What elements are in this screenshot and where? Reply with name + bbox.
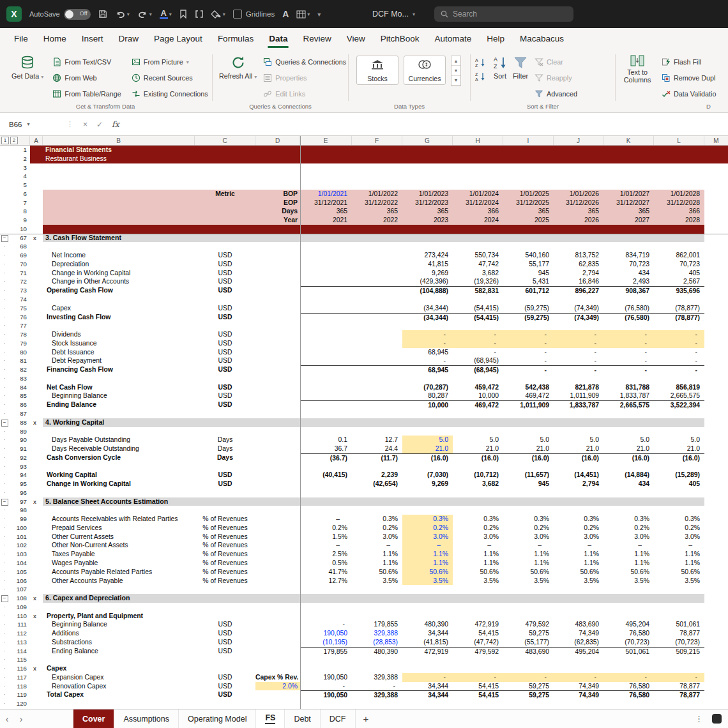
- cell[interactable]: [255, 339, 300, 348]
- cell[interactable]: 10,000: [453, 391, 503, 400]
- from-text-csv-button[interactable]: From Text/CSV: [52, 55, 121, 69]
- cell[interactable]: Days: [255, 207, 300, 216]
- cell[interactable]: 1/01/2025: [503, 190, 554, 199]
- scroll-up-icon[interactable]: ▲: [451, 56, 460, 66]
- cell[interactable]: 483,690: [554, 620, 603, 629]
- cell[interactable]: (28,853): [352, 638, 402, 647]
- cell[interactable]: [30, 647, 43, 656]
- cell[interactable]: 1/01/2028: [654, 190, 704, 199]
- cell[interactable]: 1.1%: [654, 550, 704, 559]
- cell[interactable]: [300, 400, 352, 409]
- cell[interactable]: 365: [300, 207, 352, 216]
- cell[interactable]: [704, 251, 728, 260]
- cell[interactable]: 601,712: [503, 286, 554, 295]
- cell[interactable]: 329,388: [352, 690, 402, 699]
- outline-collapse-button[interactable]: −: [1, 499, 8, 506]
- recent-sources-button[interactable]: Recent Sources: [132, 71, 208, 85]
- row-header[interactable]: 114: [9, 647, 30, 656]
- cell[interactable]: [30, 313, 43, 322]
- cell[interactable]: [255, 277, 300, 286]
- cell[interactable]: USD: [195, 690, 255, 699]
- cell[interactable]: 2,665,575: [603, 400, 654, 409]
- cell[interactable]: 12.7%: [300, 577, 352, 586]
- cell[interactable]: 3. Cash Flow Statement: [43, 234, 704, 243]
- cell[interactable]: [30, 655, 728, 664]
- row-header[interactable]: 85: [9, 391, 30, 400]
- cell[interactable]: (16.0): [654, 453, 704, 462]
- cell[interactable]: Financing Cash Flow: [43, 365, 195, 374]
- cell[interactable]: [255, 541, 300, 550]
- cell[interactable]: [352, 383, 402, 392]
- menu-insert[interactable]: Insert: [82, 34, 103, 43]
- cell[interactable]: [195, 216, 255, 225]
- cell[interactable]: 2025: [503, 216, 554, 225]
- row-header[interactable]: 116: [9, 664, 30, 673]
- cell[interactable]: [503, 612, 554, 621]
- cell[interactable]: 0.3%: [503, 515, 554, 524]
- cell[interactable]: [704, 647, 728, 656]
- cell[interactable]: [704, 190, 728, 199]
- queries-connections-button[interactable]: Queries & Connections: [263, 55, 346, 69]
- row-header[interactable]: 7: [9, 199, 30, 208]
- row-header[interactable]: 1: [9, 146, 30, 155]
- cell[interactable]: [43, 225, 704, 234]
- cell[interactable]: [704, 277, 728, 286]
- insert-function-button[interactable]: fx: [112, 119, 119, 129]
- cell[interactable]: 21.0: [603, 444, 654, 453]
- row-header[interactable]: 5: [9, 181, 30, 190]
- cell[interactable]: (11,657): [503, 471, 554, 480]
- cell[interactable]: [30, 471, 43, 480]
- cell[interactable]: Capex: [43, 304, 195, 313]
- cell[interactable]: 74,349: [554, 682, 603, 691]
- cell[interactable]: 41,815: [402, 260, 453, 269]
- cell[interactable]: [704, 690, 728, 699]
- cell[interactable]: 36.7: [300, 444, 352, 453]
- cell[interactable]: (42,654): [352, 480, 402, 489]
- cell[interactable]: USD: [195, 348, 255, 357]
- cell[interactable]: [300, 260, 352, 269]
- advanced-filter-button[interactable]: Advanced: [535, 87, 577, 101]
- row-header[interactable]: 9: [9, 216, 30, 225]
- cell[interactable]: Additions: [43, 629, 195, 638]
- cell[interactable]: 1/01/2024: [453, 190, 503, 199]
- cell[interactable]: Days Payable Outstanding: [43, 436, 195, 444]
- cell[interactable]: Investing Cash Flow: [43, 313, 195, 322]
- cell[interactable]: [300, 365, 352, 374]
- row-header[interactable]: 119: [9, 690, 30, 699]
- cell[interactable]: [300, 664, 352, 673]
- cell[interactable]: –: [503, 541, 554, 550]
- cell[interactable]: 2021: [300, 216, 352, 225]
- cell[interactable]: 472,919: [453, 620, 503, 629]
- cell[interactable]: USD: [195, 480, 255, 489]
- cell[interactable]: 3.5%: [654, 577, 704, 586]
- cell[interactable]: 1.1%: [453, 559, 503, 568]
- cell[interactable]: Ending Balance: [43, 647, 195, 656]
- cell[interactable]: 501,061: [654, 620, 704, 629]
- row-header[interactable]: 93: [9, 462, 30, 471]
- add-sheet-button[interactable]: +: [356, 709, 377, 728]
- cell[interactable]: 1.1%: [402, 559, 453, 568]
- cell[interactable]: [704, 568, 728, 577]
- cell[interactable]: [30, 585, 728, 594]
- cell[interactable]: Change in Working Capital: [43, 480, 195, 489]
- row-header[interactable]: 111: [9, 620, 30, 629]
- cell[interactable]: 76,580: [603, 690, 654, 699]
- cell[interactable]: [255, 480, 300, 489]
- cell[interactable]: [300, 277, 352, 286]
- cell[interactable]: [255, 304, 300, 313]
- cell[interactable]: Total Capex: [43, 690, 195, 699]
- cell[interactable]: [704, 225, 728, 234]
- cell[interactable]: 31/12/2026: [554, 199, 603, 208]
- cell[interactable]: [30, 163, 728, 172]
- cell[interactable]: 76,580: [603, 629, 654, 638]
- font-color-button[interactable]: A ▾: [160, 10, 172, 19]
- cell[interactable]: 3.0%: [654, 533, 704, 542]
- sort-ascending-button[interactable]: AZ: [473, 56, 487, 68]
- cell[interactable]: [30, 374, 728, 383]
- cell[interactable]: (54,415): [453, 313, 503, 322]
- cell[interactable]: [255, 568, 300, 577]
- existing-connections-button[interactable]: Existing Connections: [132, 87, 208, 101]
- cell[interactable]: (70,723): [654, 638, 704, 647]
- cell[interactable]: 0.3%: [453, 515, 503, 524]
- cell[interactable]: 365: [554, 207, 603, 216]
